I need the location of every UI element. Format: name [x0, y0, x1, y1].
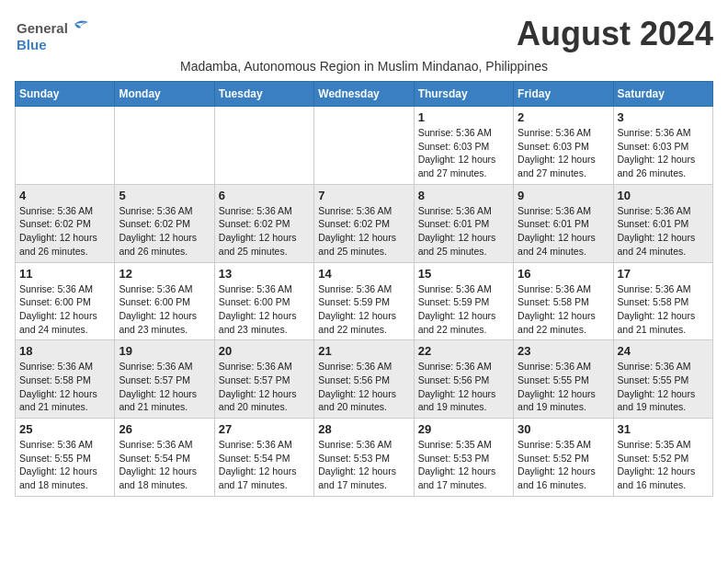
day-info: Sunrise: 5:36 AM Sunset: 6:02 PM Dayligh…: [219, 204, 310, 259]
day-info: Sunrise: 5:36 AM Sunset: 5:58 PM Dayligh…: [518, 282, 609, 337]
calendar-cell: 17Sunrise: 5:36 AM Sunset: 5:58 PM Dayli…: [613, 262, 712, 340]
calendar-cell: 27Sunrise: 5:36 AM Sunset: 5:54 PM Dayli…: [214, 419, 313, 497]
day-header-thursday: Thursday: [414, 82, 513, 107]
day-header-friday: Friday: [514, 82, 613, 107]
calendar-cell: 20Sunrise: 5:36 AM Sunset: 5:57 PM Dayli…: [214, 340, 313, 419]
day-number: 5: [119, 189, 210, 202]
svg-text:General: General: [17, 20, 68, 36]
calendar-cell: [16, 107, 115, 185]
calendar-cell: 28Sunrise: 5:36 AM Sunset: 5:53 PM Dayli…: [314, 419, 414, 497]
day-number: 19: [119, 344, 210, 358]
calendar-cell: 25Sunrise: 5:36 AM Sunset: 5:55 PM Dayli…: [16, 419, 115, 497]
title-block: August 2024: [517, 15, 713, 53]
calendar-cell: 11Sunrise: 5:36 AM Sunset: 6:00 PM Dayli…: [16, 262, 115, 340]
day-info: Sunrise: 5:36 AM Sunset: 5:56 PM Dayligh…: [418, 360, 509, 414]
calendar-cell: 4Sunrise: 5:36 AM Sunset: 6:02 PM Daylig…: [16, 184, 115, 262]
day-info: Sunrise: 5:35 AM Sunset: 5:53 PM Dayligh…: [418, 438, 509, 492]
calendar-table: SundayMondayTuesdayWednesdayThursdayFrid…: [15, 81, 713, 497]
day-info: Sunrise: 5:36 AM Sunset: 5:53 PM Dayligh…: [318, 438, 409, 492]
calendar-cell: 5Sunrise: 5:36 AM Sunset: 6:02 PM Daylig…: [115, 184, 214, 262]
day-header-tuesday: Tuesday: [214, 82, 313, 107]
calendar-cell: [115, 107, 214, 185]
week-row-4: 18Sunrise: 5:36 AM Sunset: 5:58 PM Dayli…: [16, 340, 713, 419]
day-info: Sunrise: 5:36 AM Sunset: 5:54 PM Dayligh…: [219, 438, 310, 492]
day-info: Sunrise: 5:36 AM Sunset: 5:55 PM Dayligh…: [19, 438, 110, 492]
calendar-cell: 18Sunrise: 5:36 AM Sunset: 5:58 PM Dayli…: [16, 340, 115, 419]
day-info: Sunrise: 5:36 AM Sunset: 5:55 PM Dayligh…: [618, 360, 709, 414]
calendar-cell: 13Sunrise: 5:36 AM Sunset: 6:00 PM Dayli…: [214, 262, 313, 340]
day-number: 7: [318, 189, 409, 202]
day-number: 13: [219, 267, 310, 281]
calendar-cell: 1Sunrise: 5:36 AM Sunset: 6:03 PM Daylig…: [414, 107, 513, 185]
day-number: 10: [618, 189, 709, 202]
day-header-sunday: Sunday: [16, 82, 115, 107]
day-info: Sunrise: 5:36 AM Sunset: 5:57 PM Dayligh…: [219, 360, 310, 414]
day-info: Sunrise: 5:36 AM Sunset: 6:03 PM Dayligh…: [418, 126, 509, 180]
day-info: Sunrise: 5:36 AM Sunset: 6:02 PM Dayligh…: [318, 204, 409, 259]
day-number: 2: [518, 110, 609, 124]
day-info: Sunrise: 5:36 AM Sunset: 5:59 PM Dayligh…: [318, 282, 409, 337]
day-number: 12: [119, 267, 210, 281]
calendar-cell: 26Sunrise: 5:36 AM Sunset: 5:54 PM Dayli…: [115, 419, 214, 497]
day-number: 8: [418, 189, 509, 202]
week-row-3: 11Sunrise: 5:36 AM Sunset: 6:00 PM Dayli…: [16, 262, 713, 340]
calendar-cell: [214, 107, 313, 185]
days-header-row: SundayMondayTuesdayWednesdayThursdayFrid…: [16, 82, 713, 107]
day-number: 1: [418, 110, 509, 124]
day-number: 28: [318, 422, 409, 436]
week-row-2: 4Sunrise: 5:36 AM Sunset: 6:02 PM Daylig…: [16, 184, 713, 262]
day-info: Sunrise: 5:36 AM Sunset: 6:00 PM Dayligh…: [119, 282, 210, 337]
day-number: 3: [618, 110, 709, 124]
day-info: Sunrise: 5:36 AM Sunset: 5:58 PM Dayligh…: [19, 360, 110, 414]
day-info: Sunrise: 5:36 AM Sunset: 6:01 PM Dayligh…: [418, 204, 509, 259]
day-info: Sunrise: 5:36 AM Sunset: 5:54 PM Dayligh…: [119, 438, 210, 492]
day-number: 6: [219, 189, 310, 202]
day-number: 27: [219, 422, 310, 436]
day-number: 30: [518, 422, 609, 436]
calendar-cell: [314, 107, 414, 185]
day-info: Sunrise: 5:36 AM Sunset: 6:03 PM Dayligh…: [618, 126, 709, 180]
calendar-cell: 19Sunrise: 5:36 AM Sunset: 5:57 PM Dayli…: [115, 340, 214, 419]
day-number: 15: [418, 267, 509, 281]
day-info: Sunrise: 5:36 AM Sunset: 6:02 PM Dayligh…: [19, 204, 110, 259]
page-title: August 2024: [517, 15, 713, 53]
day-number: 14: [318, 267, 409, 281]
calendar-cell: 2Sunrise: 5:36 AM Sunset: 6:03 PM Daylig…: [514, 107, 613, 185]
day-info: Sunrise: 5:36 AM Sunset: 6:01 PM Dayligh…: [518, 204, 609, 259]
calendar-cell: 29Sunrise: 5:35 AM Sunset: 5:53 PM Dayli…: [414, 419, 513, 497]
day-info: Sunrise: 5:36 AM Sunset: 5:55 PM Dayligh…: [518, 360, 609, 414]
day-number: 22: [418, 344, 509, 358]
calendar-cell: 30Sunrise: 5:35 AM Sunset: 5:52 PM Dayli…: [514, 419, 613, 497]
day-info: Sunrise: 5:36 AM Sunset: 5:56 PM Dayligh…: [318, 360, 409, 414]
day-header-saturday: Saturday: [613, 82, 712, 107]
day-number: 18: [19, 344, 110, 358]
day-info: Sunrise: 5:36 AM Sunset: 5:58 PM Dayligh…: [618, 282, 709, 337]
day-number: 20: [219, 344, 310, 358]
day-number: 21: [318, 344, 409, 358]
day-header-wednesday: Wednesday: [314, 82, 414, 107]
day-info: Sunrise: 5:35 AM Sunset: 5:52 PM Dayligh…: [518, 438, 609, 492]
calendar-cell: 16Sunrise: 5:36 AM Sunset: 5:58 PM Dayli…: [514, 262, 613, 340]
day-info: Sunrise: 5:36 AM Sunset: 5:59 PM Dayligh…: [418, 282, 509, 337]
day-info: Sunrise: 5:36 AM Sunset: 6:00 PM Dayligh…: [219, 282, 310, 337]
svg-text:Blue: Blue: [17, 37, 47, 52]
week-row-1: 1Sunrise: 5:36 AM Sunset: 6:03 PM Daylig…: [16, 107, 713, 185]
day-number: 9: [518, 189, 609, 202]
day-number: 29: [418, 422, 509, 436]
week-row-5: 25Sunrise: 5:36 AM Sunset: 5:55 PM Dayli…: [16, 419, 713, 497]
day-number: 17: [618, 267, 709, 281]
calendar-cell: 3Sunrise: 5:36 AM Sunset: 6:03 PM Daylig…: [613, 107, 712, 185]
day-info: Sunrise: 5:36 AM Sunset: 6:02 PM Dayligh…: [119, 204, 210, 259]
subtitle: Madamba, Autonomous Region in Muslim Min…: [15, 59, 713, 74]
calendar-cell: 7Sunrise: 5:36 AM Sunset: 6:02 PM Daylig…: [314, 184, 414, 262]
logo: General Blue: [15, 15, 97, 55]
day-number: 23: [518, 344, 609, 358]
day-number: 4: [19, 189, 110, 202]
day-info: Sunrise: 5:35 AM Sunset: 5:52 PM Dayligh…: [618, 438, 709, 492]
day-number: 24: [618, 344, 709, 358]
day-number: 11: [19, 267, 110, 281]
calendar-cell: 23Sunrise: 5:36 AM Sunset: 5:55 PM Dayli…: [514, 340, 613, 419]
calendar-cell: 21Sunrise: 5:36 AM Sunset: 5:56 PM Dayli…: [314, 340, 414, 419]
calendar-cell: 24Sunrise: 5:36 AM Sunset: 5:55 PM Dayli…: [613, 340, 712, 419]
calendar-cell: 31Sunrise: 5:35 AM Sunset: 5:52 PM Dayli…: [613, 419, 712, 497]
